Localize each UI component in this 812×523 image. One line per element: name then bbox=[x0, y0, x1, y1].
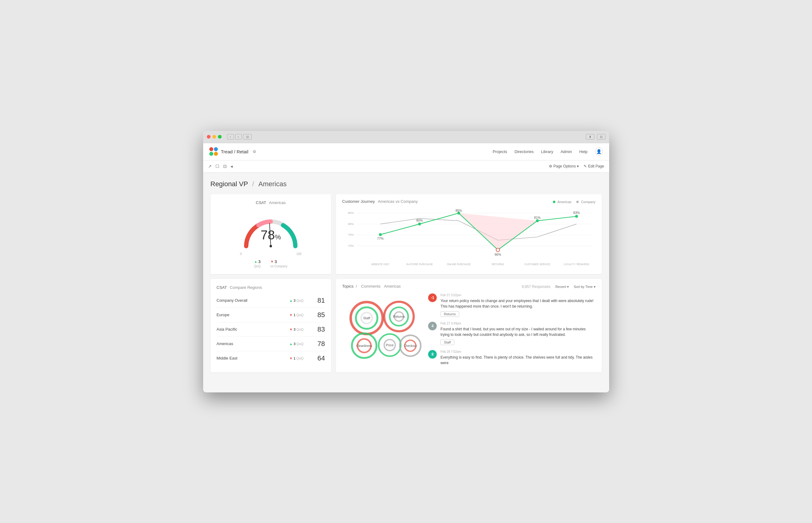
recent-filter-button[interactable]: Recent ▾ bbox=[555, 285, 569, 289]
svg-text:83%: 83% bbox=[574, 211, 580, 215]
traffic-lights bbox=[207, 135, 222, 139]
nav-admin[interactable]: Admin bbox=[561, 149, 572, 154]
toolbar-save-icon[interactable]: ☐ bbox=[215, 164, 219, 169]
edit-page-button[interactable]: ✎ Edit Page bbox=[584, 164, 604, 168]
nav-directories[interactable]: Directories bbox=[515, 149, 534, 154]
logo-dot-red bbox=[209, 147, 213, 151]
region-row: Europe ▼ 1 QoQ 85 bbox=[217, 308, 325, 322]
maximize-button[interactable] bbox=[218, 135, 222, 139]
toolbar-back-icon[interactable]: ◂ bbox=[231, 164, 233, 169]
gauge-container: 78% bbox=[240, 212, 302, 249]
region-row: Company Overall ▲ 3 QoQ 81 bbox=[217, 293, 325, 308]
topics-title: Topics / Comments Americas bbox=[342, 284, 400, 289]
logo-dot-blue bbox=[214, 147, 218, 151]
svg-text:80%: 80% bbox=[416, 218, 423, 222]
comment-text: Everything is easy to find. There is ple… bbox=[440, 355, 595, 366]
nav-back-button[interactable]: ‹ bbox=[227, 134, 234, 140]
comment-badge-positive: 8 bbox=[428, 350, 437, 359]
comment-badge-neutral: 4 bbox=[428, 322, 437, 330]
vs-company-metric: ▼ 3 vs Company bbox=[270, 259, 288, 268]
gauge-value: 78% bbox=[260, 228, 281, 242]
share-button[interactable]: ⬆ bbox=[586, 134, 594, 140]
nav-help[interactable]: Help bbox=[579, 149, 588, 154]
gauge-meta: ▲ 3 QoQ ▼ 3 vs Company bbox=[254, 259, 288, 268]
comment-tag[interactable]: Staff bbox=[440, 340, 454, 345]
svg-text:85%: 85% bbox=[455, 208, 462, 212]
comment-item: -1 Feb 27 3:02pm Your return policy need… bbox=[428, 293, 595, 317]
titlebar: ‹ › ⊡ ⬆ ⊡ bbox=[203, 131, 609, 143]
svg-text:75%: 75% bbox=[348, 233, 354, 236]
region-row: Middle East ▼ 1 QoQ 64 bbox=[217, 351, 325, 365]
journey-title: Customer Journey Americas vs Company bbox=[342, 199, 418, 204]
comment-text: Found a shirt that I loved, but you were… bbox=[440, 326, 595, 337]
journey-legend: Americas Company bbox=[553, 200, 595, 204]
close-button[interactable] bbox=[207, 135, 211, 139]
svg-text:Checkout: Checkout bbox=[404, 344, 417, 347]
svg-point-1 bbox=[270, 245, 272, 247]
svg-point-15 bbox=[575, 215, 578, 218]
svg-text:IN-STORE PURCHASE: IN-STORE PURCHASE bbox=[406, 263, 433, 266]
comment-date: Feb 28 7:02am bbox=[440, 350, 595, 354]
csat-title: CSAT Americas bbox=[256, 200, 286, 205]
comment-item: 4 Feb 27 3:49pm Found a shirt that I lov… bbox=[428, 322, 595, 345]
svg-text:RETURNS: RETURNS bbox=[492, 263, 504, 266]
page-title: Regional VP / Americas bbox=[211, 180, 602, 188]
qoq-metric: ▲ 3 QoQ bbox=[254, 259, 260, 268]
comments-list: -1 Feb 27 3:02pm Your return policy need… bbox=[428, 293, 595, 367]
svg-text:66%: 66% bbox=[495, 253, 501, 256]
dashboard-grid: CSAT Americas bbox=[211, 194, 602, 373]
gauge-labels: 0 100 bbox=[240, 252, 302, 256]
toolbar-share-icon[interactable]: ↗ bbox=[208, 164, 212, 169]
topics-content: Staff Returns Cleanliness bbox=[342, 293, 595, 367]
copy-button[interactable]: ⊡ bbox=[597, 134, 606, 140]
svg-text:70%: 70% bbox=[348, 244, 354, 247]
toolbar-right: ⚙ Page Options ▾ ✎ Edit Page bbox=[549, 164, 604, 168]
compare-regions-card: CSAT Compare Regions Company Overall ▲ 3… bbox=[211, 279, 331, 373]
comment-date: Feb 27 3:02pm bbox=[440, 293, 595, 297]
nav-forward-button[interactable]: › bbox=[235, 134, 242, 140]
journey-card: Customer Journey Americas vs Company Ame… bbox=[336, 194, 601, 274]
bubble-chart-svg: Staff Returns Cleanliness bbox=[342, 293, 422, 361]
svg-text:WEBSITE VISIT: WEBSITE VISIT bbox=[371, 263, 390, 266]
toolbar-icons: ↗ ☐ ⊡ ◂ bbox=[208, 164, 233, 169]
journey-header: Customer Journey Americas vs Company Ame… bbox=[342, 199, 595, 205]
svg-point-13 bbox=[497, 248, 500, 252]
gear-icon: ⚙ bbox=[549, 164, 552, 168]
svg-text:ONLINE PURCHASE: ONLINE PURCHASE bbox=[447, 263, 471, 266]
svg-text:81%: 81% bbox=[534, 215, 541, 219]
pencil-icon: ✎ bbox=[584, 164, 587, 168]
brand-title: Tread / Retail bbox=[221, 149, 248, 154]
nav-library[interactable]: Library bbox=[541, 149, 553, 154]
comment-badge-negative: -1 bbox=[428, 293, 437, 302]
svg-text:85%: 85% bbox=[348, 211, 354, 215]
svg-point-14 bbox=[536, 219, 539, 222]
arrow-down-icon: ▼ bbox=[289, 328, 293, 331]
nav-projects[interactable]: Projects bbox=[493, 149, 507, 154]
comment-item: 8 Feb 28 7:02am Everything is easy to fi… bbox=[428, 350, 595, 367]
user-icon[interactable]: 👤 bbox=[595, 147, 603, 156]
brand-logo bbox=[209, 147, 218, 156]
toolbar-layout-icon[interactable]: ⊡ bbox=[223, 164, 227, 169]
bubble-chart: Staff Returns Cleanliness bbox=[342, 293, 422, 361]
minimize-button[interactable] bbox=[212, 135, 216, 139]
titlebar-nav: ‹ › ⊡ bbox=[227, 134, 252, 140]
svg-text:Cleanliness: Cleanliness bbox=[356, 344, 372, 347]
brand: Tread / Retail ⚙ bbox=[209, 147, 256, 156]
page-options-button[interactable]: ⚙ Page Options ▾ bbox=[549, 164, 579, 168]
svg-point-10 bbox=[379, 233, 382, 236]
comment-tag[interactable]: Returns bbox=[440, 311, 459, 317]
svg-text:LOYALTY / REWARDS: LOYALTY / REWARDS bbox=[564, 263, 590, 266]
csat-card: CSAT Americas bbox=[211, 194, 331, 274]
journey-chart: 85% 80% 75% 70% bbox=[342, 208, 595, 269]
svg-text:CUSTOMER SERVICE: CUSTOMER SERVICE bbox=[525, 263, 551, 266]
sort-by-time-button[interactable]: Sort by Time ▾ bbox=[574, 285, 596, 289]
titlebar-actions: ⬆ ⊡ bbox=[586, 134, 606, 140]
arrow-up-icon: ▲ bbox=[289, 299, 293, 302]
legend-americas-dot bbox=[553, 201, 555, 203]
main-content: Regional VP / Americas CSAT Americas bbox=[203, 173, 609, 392]
arrow-down-icon: ▼ bbox=[289, 313, 293, 317]
region-row: Asia Pacific ▼ 3 QoQ 83 bbox=[217, 322, 325, 337]
nav-layout-button[interactable]: ⊡ bbox=[243, 134, 252, 140]
settings-icon[interactable]: ⚙ bbox=[253, 149, 256, 154]
arrow-down-icon: ▼ bbox=[289, 357, 293, 360]
